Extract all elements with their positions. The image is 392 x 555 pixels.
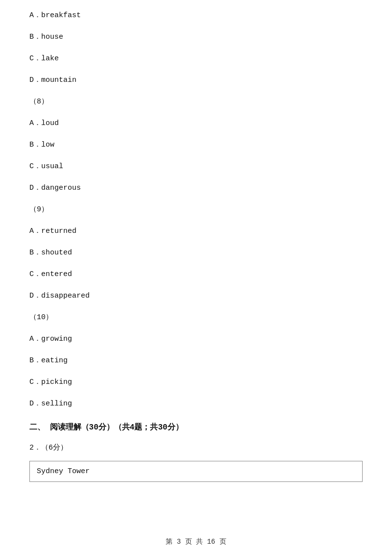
page-footer: 第 3 页 共 16 页 bbox=[0, 537, 392, 546]
q8-option-c: C．usual bbox=[29, 161, 363, 173]
q7-option-b: B．house bbox=[29, 31, 363, 43]
q9-number: （9） bbox=[29, 204, 363, 216]
q9-option-d: D．disappeared bbox=[29, 290, 363, 302]
q9-option-b: B．shouted bbox=[29, 247, 363, 259]
section2-header: 二、 阅读理解（30分）（共4题；共30分） bbox=[29, 422, 363, 434]
q7-option-d: D．mountain bbox=[29, 75, 363, 86]
q9-option-a: A．returned bbox=[29, 226, 363, 237]
q10-number: （10） bbox=[29, 312, 363, 324]
q8-option-d: D．dangerous bbox=[29, 182, 363, 194]
sydney-tower-box: Sydney Tower bbox=[29, 461, 363, 482]
q10-option-a: A．growing bbox=[29, 333, 363, 345]
q10-option-c: C．picking bbox=[29, 377, 363, 388]
q8-option-a: A．loud bbox=[29, 118, 363, 129]
q7-option-c: C．lake bbox=[29, 53, 363, 65]
sub-question-2: 2．（6分） bbox=[29, 442, 363, 454]
q8-number: （8） bbox=[29, 96, 363, 108]
q10-option-b: B．eating bbox=[29, 355, 363, 367]
q10-option-d: D．selling bbox=[29, 398, 363, 410]
q9-option-c: C．entered bbox=[29, 269, 363, 280]
page-content: A．breakfast B．house C．lake D．mountain （8… bbox=[0, 0, 392, 515]
q7-option-a: A．breakfast bbox=[29, 10, 363, 22]
q8-option-b: B．low bbox=[29, 139, 363, 151]
